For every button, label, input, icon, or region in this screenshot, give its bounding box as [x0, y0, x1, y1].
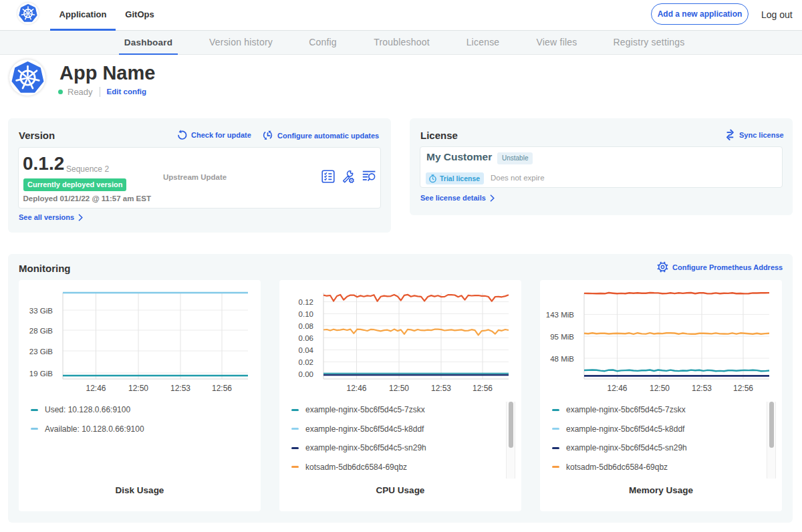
- svg-text:95 MiB: 95 MiB: [550, 333, 574, 341]
- svg-text:28 GiB: 28 GiB: [29, 327, 53, 335]
- svg-text:143 MiB: 143 MiB: [546, 311, 575, 319]
- svg-text:0.06: 0.06: [299, 334, 313, 342]
- svg-text:12:53: 12:53: [431, 384, 451, 393]
- svg-text:12:46: 12:46: [86, 384, 106, 393]
- svg-text:0.00: 0.00: [299, 370, 313, 378]
- svg-text:0.10: 0.10: [299, 310, 313, 318]
- svg-text:12:53: 12:53: [170, 384, 190, 393]
- svg-text:33 GiB: 33 GiB: [29, 307, 53, 315]
- svg-text:12:50: 12:50: [128, 384, 148, 393]
- svg-text:0.08: 0.08: [299, 322, 313, 330]
- svg-text:23 GiB: 23 GiB: [29, 348, 53, 356]
- svg-text:12:53: 12:53: [692, 384, 712, 393]
- svg-text:12:50: 12:50: [389, 384, 409, 393]
- svg-text:12:56: 12:56: [212, 384, 232, 393]
- svg-text:0.12: 0.12: [299, 298, 313, 306]
- svg-text:0.02: 0.02: [299, 358, 313, 366]
- svg-text:12:46: 12:46: [607, 384, 627, 393]
- svg-text:0.04: 0.04: [299, 346, 314, 354]
- svg-text:12:56: 12:56: [473, 384, 493, 393]
- svg-text:12:50: 12:50: [650, 384, 670, 393]
- svg-text:19 GiB: 19 GiB: [29, 370, 53, 378]
- svg-text:48 MiB: 48 MiB: [550, 355, 574, 363]
- svg-text:12:46: 12:46: [346, 384, 366, 393]
- svg-text:12:56: 12:56: [733, 384, 753, 393]
